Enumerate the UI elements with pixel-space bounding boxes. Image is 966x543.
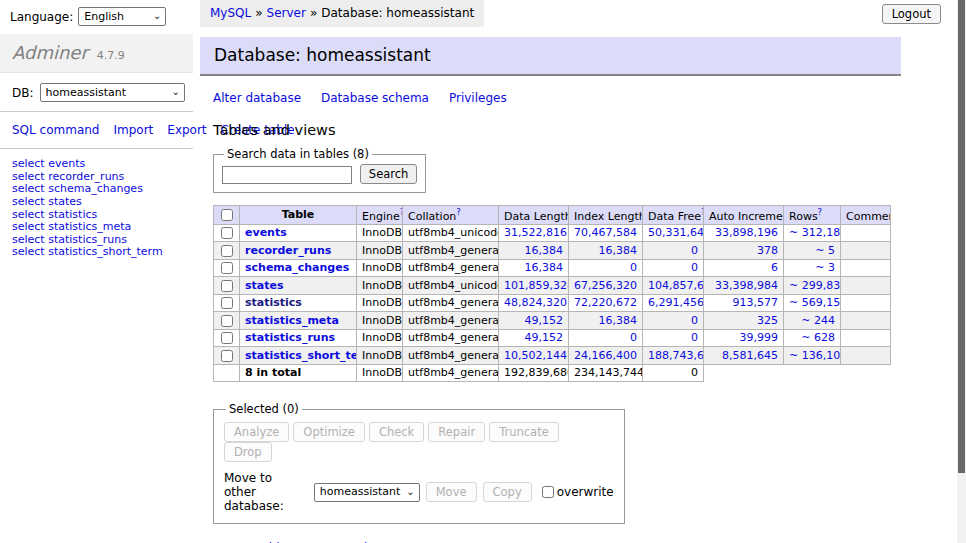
auto-increment-link[interactable]: 33,898,196: [715, 226, 778, 239]
logout-button[interactable]: Logout: [882, 4, 941, 24]
select-all-cell: [214, 206, 240, 225]
rows-link[interactable]: ~ 299,833: [789, 279, 841, 292]
table-name-link[interactable]: schema_changes: [245, 261, 349, 274]
index-length-link[interactable]: 24,166,400: [574, 349, 637, 362]
total-index-length: 234,143,744: [569, 364, 643, 382]
data-free-link[interactable]: 0: [691, 261, 698, 274]
comment-cell: [841, 347, 891, 365]
index-length-link[interactable]: 72,220,672: [574, 296, 637, 309]
index-length-link[interactable]: 0: [630, 261, 637, 274]
truncate-button[interactable]: Truncate: [489, 422, 559, 442]
auto-increment-link[interactable]: 325: [757, 314, 778, 327]
repair-button[interactable]: Repair: [428, 422, 485, 442]
page-title: Database: homeassistant: [200, 37, 901, 76]
sidebar-item-select-states[interactable]: select states: [12, 196, 181, 209]
row-checkbox[interactable]: [221, 262, 233, 274]
rows-link[interactable]: ~ 312,180: [789, 226, 841, 239]
vertical-scrollbar[interactable]: [957, 0, 966, 543]
check-button[interactable]: Check: [369, 422, 424, 442]
breadcrumb-mysql-link[interactable]: MySQL: [210, 6, 251, 20]
data-length-link[interactable]: 49,152: [525, 314, 564, 327]
table-name-link[interactable]: events: [245, 226, 287, 239]
auto-increment-link[interactable]: 378: [757, 244, 778, 257]
data-length-link[interactable]: 16,384: [525, 244, 564, 257]
app-name[interactable]: Adminer: [12, 42, 88, 63]
rows-link[interactable]: ~ 244: [801, 314, 835, 327]
language-select[interactable]: English ⌄: [78, 7, 166, 26]
table-row: statistics_metaInnoDButf8mb4_general_ci4…: [214, 312, 891, 330]
data-length-link[interactable]: 16,384: [525, 261, 564, 274]
data-free-link[interactable]: 0: [691, 244, 698, 257]
database-schema-link[interactable]: Database schema: [321, 91, 429, 105]
alter-database-link[interactable]: Alter database: [213, 91, 301, 105]
engine-cell: InnoDB: [357, 347, 403, 365]
data-length-link[interactable]: 101,859,328: [504, 279, 569, 292]
data-free-link[interactable]: 104,857,600: [648, 279, 704, 292]
sidebar-link-import[interactable]: Import: [113, 123, 153, 137]
row-checkbox[interactable]: [221, 315, 233, 327]
data-free-link[interactable]: 0: [691, 331, 698, 344]
overwrite-checkbox[interactable]: [542, 486, 554, 498]
privileges-link[interactable]: Privileges: [449, 91, 507, 105]
table-name-link[interactable]: statistics: [245, 296, 302, 309]
index-length-link[interactable]: 70,467,584: [574, 226, 637, 239]
data-free-link[interactable]: 188,743,680: [648, 349, 704, 362]
breadcrumb-server-link[interactable]: Server: [267, 6, 306, 20]
move-button[interactable]: Move: [426, 482, 477, 502]
sidebar-link-sql-command[interactable]: SQL command: [12, 123, 99, 137]
table-name-link[interactable]: statistics_meta: [245, 314, 339, 327]
drop-button[interactable]: Drop: [224, 442, 272, 462]
data-free-link[interactable]: 6,291,456: [648, 296, 704, 309]
total-data-length: 192,839,680: [499, 364, 569, 382]
column-header-auto-increment: Auto Increment?: [704, 206, 784, 225]
sidebar-item-select-events[interactable]: select events: [12, 158, 181, 171]
data-free-link[interactable]: 50,331,648: [648, 226, 704, 239]
sidebar-item-select-statistics-short-term[interactable]: select statistics_short_term: [12, 246, 181, 259]
data-length-link[interactable]: 49,152: [525, 331, 564, 344]
rows-link[interactable]: ~ 136,108: [789, 349, 841, 362]
rows-link[interactable]: ~ 628: [801, 331, 835, 344]
search-button[interactable]: Search: [360, 164, 418, 184]
copy-button[interactable]: Copy: [483, 482, 532, 502]
index-length-link[interactable]: 16,384: [599, 244, 638, 257]
table-name-link[interactable]: states: [245, 279, 284, 292]
auto-increment-link[interactable]: 913,577: [733, 296, 779, 309]
rows-link[interactable]: ~ 5: [815, 244, 835, 257]
auto-increment-link[interactable]: 39,999: [740, 331, 779, 344]
db-select[interactable]: homeassistant ⌄: [40, 83, 185, 102]
row-checkbox[interactable]: [221, 280, 233, 292]
data-length-link[interactable]: 10,502,144: [504, 349, 567, 362]
scrollbar-thumb[interactable]: [958, 0, 965, 473]
select-all-checkbox[interactable]: [221, 209, 233, 221]
table-name-link[interactable]: statistics_short_term: [245, 349, 357, 362]
row-checkbox[interactable]: [221, 227, 233, 239]
table-name-link[interactable]: statistics_runs: [245, 331, 335, 344]
move-database-select[interactable]: homeassistant ⌄: [314, 483, 420, 502]
auto-increment-link[interactable]: 33,398,984: [715, 279, 778, 292]
help-link[interactable]: ?: [456, 207, 461, 217]
auto-increment-link[interactable]: 6: [771, 261, 778, 274]
sidebar-item-select-statistics-meta[interactable]: select statistics_meta: [12, 221, 181, 234]
auto-increment-link[interactable]: 8,581,645: [722, 349, 778, 362]
row-checkbox[interactable]: [221, 297, 233, 309]
table-row: recorder_runsInnoDButf8mb4_general_ci16,…: [214, 242, 891, 260]
help-link[interactable]: ?: [818, 207, 823, 217]
index-length-link[interactable]: 0: [630, 331, 637, 344]
auto-increment-cell: 33,398,984: [704, 277, 784, 295]
index-length-link[interactable]: 16,384: [599, 314, 638, 327]
optimize-button[interactable]: Optimize: [293, 422, 365, 442]
data-length-link[interactable]: 31,522,816: [504, 226, 567, 239]
auto-increment-cell: 6: [704, 259, 784, 277]
rows-link[interactable]: ~ 3: [815, 261, 835, 274]
row-checkbox[interactable]: [221, 245, 233, 257]
data-free-link[interactable]: 0: [691, 314, 698, 327]
search-input[interactable]: [222, 166, 352, 184]
table-row: eventsInnoDButf8mb4_unicode_ci31,522,816…: [214, 224, 891, 242]
rows-link[interactable]: ~ 569,159: [789, 296, 841, 309]
row-checkbox[interactable]: [221, 350, 233, 362]
table-name-link[interactable]: recorder_runs: [245, 244, 331, 257]
index-length-link[interactable]: 67,256,320: [574, 279, 637, 292]
row-checkbox[interactable]: [221, 332, 233, 344]
analyze-button[interactable]: Analyze: [224, 422, 289, 442]
data-length-link[interactable]: 48,824,320: [504, 296, 567, 309]
